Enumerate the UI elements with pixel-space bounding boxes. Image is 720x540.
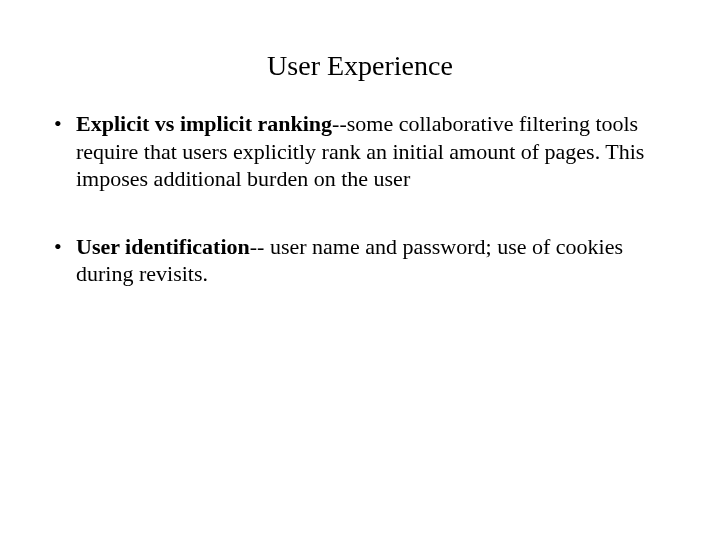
bullet-bold: Explicit vs implicit ranking (76, 111, 332, 136)
list-item: User identification-- user name and pass… (50, 233, 670, 288)
bullet-list: Explicit vs implicit ranking--some colla… (50, 110, 670, 288)
slide: User Experience Explicit vs implicit ran… (0, 0, 720, 288)
bullet-bold: User identification (76, 234, 250, 259)
slide-title: User Experience (50, 50, 670, 82)
list-item: Explicit vs implicit ranking--some colla… (50, 110, 670, 193)
